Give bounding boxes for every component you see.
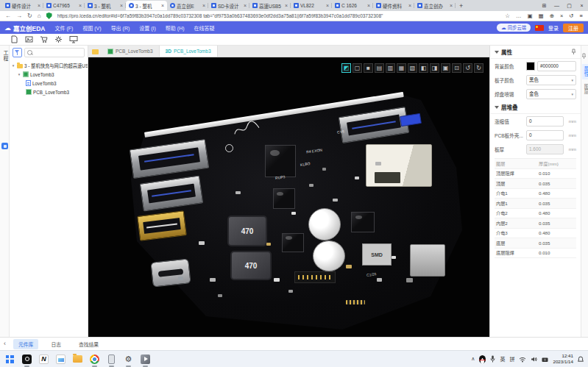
more-actions-icon[interactable]: … xyxy=(516,13,522,19)
panel-pin-icon[interactable] xyxy=(571,49,576,56)
layer-row[interactable]: 底层0.035 xyxy=(495,238,576,249)
back-icon[interactable]: ← xyxy=(5,13,11,19)
reload-icon[interactable]: ↻ xyxy=(27,13,32,19)
bookmark-star-icon[interactable]: ☆ xyxy=(505,13,510,19)
language-flag-icon[interactable] xyxy=(535,25,544,31)
layer-row[interactable]: 顶层0.035 xyxy=(495,179,576,189)
browser-tab[interactable]: SD卡设计× xyxy=(208,1,249,10)
extension-icon[interactable]: ▣ xyxy=(527,13,532,19)
view-right-icon[interactable]: ◨ xyxy=(430,63,439,73)
browser-tab[interactable]: 嘉立创E× xyxy=(167,1,208,10)
tree-node-project[interactable]: ▾ 3 - 整机快充与网口的超高速USB3. xyxy=(11,61,88,70)
browser-tab[interactable]: 高速USB5× xyxy=(249,1,291,10)
pad-finish-select[interactable]: 金色▾ xyxy=(526,89,576,99)
view-front-icon[interactable]: ▦ xyxy=(397,63,406,73)
board-color-select[interactable]: 黑色▾ xyxy=(526,75,576,85)
site-security-shield-icon[interactable] xyxy=(46,13,52,19)
docs-home-icon[interactable] xyxy=(92,49,99,54)
tree-search-box[interactable] xyxy=(24,48,85,57)
tray-expand-icon[interactable]: ∧ xyxy=(471,356,475,362)
pin-icon[interactable]: ⊕ xyxy=(550,13,554,19)
image-export-icon[interactable] xyxy=(25,35,33,43)
browser-tab[interactable]: 3 - 整机× xyxy=(85,1,126,10)
view-bottom-icon[interactable]: ▥ xyxy=(386,63,395,73)
view-iso-icon[interactable]: ◩ xyxy=(341,63,351,73)
tab-component-library[interactable]: 元件库 xyxy=(13,339,38,349)
doc-tab-3d-active[interactable]: 3D PCB_LoveTomb3 xyxy=(160,46,218,57)
layer-row[interactable]: 顶层阻焊0.010 xyxy=(495,169,576,179)
taskbar-settings[interactable]: ⚙ xyxy=(123,354,134,365)
url-text[interactable]: https://pro.lceda.cn/editor#id=6f7a59f83… xyxy=(57,13,500,18)
home-icon[interactable]: ⌂ xyxy=(38,13,41,19)
menu-file[interactable]: 文件 (F) xyxy=(54,24,73,32)
new-tab-button[interactable]: + xyxy=(459,2,463,10)
browser-tab[interactable]: 嘉立创办× xyxy=(414,1,456,10)
undo-icon[interactable]: ↺ xyxy=(569,13,573,19)
tab-close-icon[interactable]: × xyxy=(367,3,370,8)
browser-tab[interactable]: VL822× xyxy=(291,1,332,10)
tab-close-icon[interactable]: × xyxy=(202,3,205,8)
menu-online-support[interactable]: 在线答疑 xyxy=(194,24,215,32)
tab-close-icon[interactable]: × xyxy=(38,3,40,8)
taskbar-chrome[interactable] xyxy=(89,354,100,365)
microphone-icon[interactable] xyxy=(490,352,495,366)
ime-language-indicator[interactable]: 英 xyxy=(500,355,505,363)
register-button[interactable]: 注册 xyxy=(563,24,584,32)
tab-close-icon[interactable]: × xyxy=(326,3,329,8)
layers-vtab[interactable]: 图层 xyxy=(582,82,588,97)
taskbar-clock[interactable]: 12:41 2023/1/14 xyxy=(553,353,573,365)
field-input[interactable]: 0 xyxy=(526,130,564,140)
color-value-input[interactable]: #000000 xyxy=(537,61,576,71)
collapse-panel-icon[interactable]: ‹ xyxy=(4,341,6,347)
tab-close-icon[interactable]: × xyxy=(79,3,82,8)
device-icon[interactable] xyxy=(542,352,548,366)
view-wireframe-icon[interactable]: ▢ xyxy=(353,63,362,73)
tab-search-icon[interactable]: ⊞ xyxy=(538,3,550,9)
project-panel-vtab[interactable]: 工程 xyxy=(1,50,9,62)
expand-caret-icon[interactable]: ▾ xyxy=(11,63,15,68)
order-pcb-icon[interactable] xyxy=(40,35,48,43)
library-panel-icon[interactable] xyxy=(1,143,8,149)
layer-row[interactable]: 介电20.480 xyxy=(495,209,576,219)
tab-close-icon[interactable]: × xyxy=(120,3,123,8)
taskbar-media-app[interactable] xyxy=(140,354,151,365)
notification-bell-icon[interactable] xyxy=(578,352,584,366)
speaker-icon[interactable] xyxy=(531,352,537,366)
taskbar-note-app[interactable]: N xyxy=(38,354,49,365)
rotate-ccw-icon[interactable]: ↺ xyxy=(463,63,472,73)
maximize-button[interactable]: ▢ xyxy=(563,3,575,9)
forward-icon[interactable]: → xyxy=(16,13,22,19)
browser-menu-icon[interactable]: ≡ xyxy=(580,13,583,19)
expand-caret-icon[interactable]: ▾ xyxy=(17,72,21,76)
tree-node-pcb[interactable]: PCB_LoveTomb3 xyxy=(11,88,88,96)
tab-log[interactable]: 日志 xyxy=(46,339,66,349)
layer-stack-icon[interactable]: ▣ xyxy=(441,63,450,73)
panel-pin-icon[interactable] xyxy=(581,49,588,62)
taskbar-file-explorer[interactable] xyxy=(72,354,83,365)
zoom-fit-icon[interactable]: ⊡ xyxy=(452,63,461,73)
cut-icon[interactable]: × xyxy=(560,13,563,19)
extension-icon[interactable]: ▦ xyxy=(539,13,544,19)
tab-search-results[interactable]: 查找结果 xyxy=(74,339,104,349)
layer-row[interactable]: 底层阻焊0.010 xyxy=(495,249,576,259)
search-input[interactable] xyxy=(34,50,82,54)
browser-tab[interactable]: 硬件资料× xyxy=(373,1,414,10)
menu-export[interactable]: 导出 (R) xyxy=(111,24,130,32)
pcb-3d-viewport[interactable]: ◩ ▢ ■ ▤ ▥ ▦ ▧ ◧ ◨ ▣ ⊡ ↺ ↻ 470 470 xyxy=(88,57,489,337)
tab-close-icon[interactable]: × xyxy=(450,3,453,8)
menu-view[interactable]: 视图 (V) xyxy=(82,24,101,32)
rotate-cw-icon[interactable]: ↻ xyxy=(474,63,483,73)
tab-close-icon[interactable]: × xyxy=(408,3,411,8)
layer-stack-header[interactable]: 层堆叠 xyxy=(490,101,581,114)
login-link[interactable]: 登录 xyxy=(548,24,559,32)
doc-tab-pcb[interactable]: PCB_LoveTomb3 xyxy=(102,46,160,57)
layer-row[interactable]: 介电10.480 xyxy=(495,189,576,199)
tab-close-icon[interactable]: × xyxy=(244,3,247,8)
qq-penguin-icon[interactable] xyxy=(479,355,486,363)
taskbar-gallery-app[interactable] xyxy=(55,354,66,365)
taskbar-phone-link[interactable] xyxy=(106,354,117,365)
properties-header[interactable]: 属性 xyxy=(490,46,581,59)
tree-node-board[interactable]: ▾ LoveTomb3 xyxy=(11,70,88,79)
cloud-sync-pill[interactable]: ☁ 同步云端 xyxy=(497,24,531,32)
tree-node-schematic[interactable]: LoveTomb3 xyxy=(11,79,88,88)
